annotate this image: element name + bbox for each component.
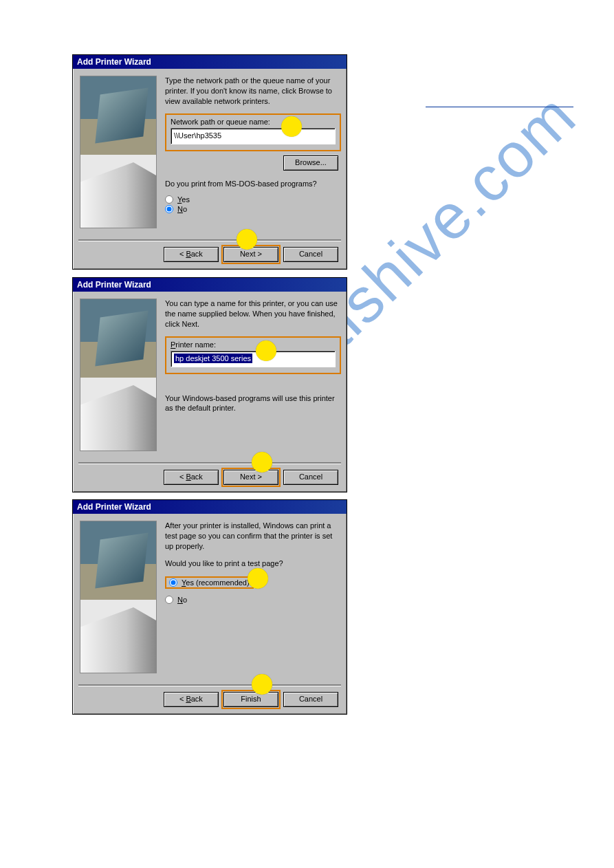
titlebar: Add Printer Wizard [73, 500, 347, 514]
radio-no[interactable] [165, 205, 173, 213]
radio-no-label: No [177, 205, 187, 213]
radio-no-label: No [177, 596, 187, 604]
wizard-dialog-1: Add Printer Wizard Type the network path… [72, 54, 347, 270]
next-button[interactable]: Next > [223, 247, 278, 262]
printer-illustration [80, 299, 157, 451]
network-path-label: Network path or queue name: [171, 118, 336, 126]
cancel-button[interactable]: Cancel [283, 247, 338, 262]
radio-no[interactable] [165, 596, 173, 604]
highlight-dot [252, 674, 272, 695]
radio-yes[interactable] [165, 195, 173, 204]
titlebar: Add Printer Wizard [73, 278, 347, 292]
printer-illustration [80, 521, 157, 673]
printer-name-label: Printer name: [171, 340, 336, 349]
highlight-dot [252, 452, 272, 473]
description-text: After your printer is installed, Windows… [165, 521, 338, 552]
highlight-dot [256, 340, 276, 361]
printer-name-group: Printer name: hp deskjet 3500 series [165, 336, 341, 374]
link-underline [426, 107, 573, 107]
highlight-dot [248, 568, 268, 589]
cancel-button[interactable]: Cancel [283, 692, 338, 707]
highlight-dot [237, 229, 257, 250]
radio-yes-row[interactable]: Yes [165, 195, 341, 204]
wizard-dialog-3: Add Printer Wizard After your printer is… [72, 499, 347, 715]
radio-yes-label: Yes [177, 195, 190, 204]
dialog-footer: < Back Next > Cancel [73, 241, 347, 269]
titlebar: Add Printer Wizard [73, 55, 347, 69]
cancel-button[interactable]: Cancel [283, 470, 338, 485]
finish-button[interactable]: Finish [223, 692, 278, 707]
browse-button[interactable]: Browse... [283, 155, 338, 171]
network-path-group: Network path or queue name: \\User\hp353… [165, 113, 341, 151]
radio-yes-label: Yes (recommended) [182, 578, 250, 587]
back-button[interactable]: < Back [164, 247, 219, 262]
printer-illustration [80, 76, 157, 228]
radio-no-row[interactable]: No [165, 596, 338, 604]
back-button[interactable]: < Back [164, 692, 219, 707]
test-page-question: Would you like to print a test page? [165, 558, 338, 569]
dialog-footer: < Back Next > Cancel [73, 464, 347, 492]
radio-yes[interactable] [169, 578, 177, 587]
radio-no-row[interactable]: No [165, 205, 341, 213]
network-path-input[interactable]: \\User\hp3535 [171, 128, 336, 144]
radio-yes-row[interactable]: Yes (recommended) [165, 576, 254, 589]
description-text: You can type a name for this printer, or… [165, 299, 341, 329]
msdos-question: Do you print from MS-DOS-based programs? [165, 179, 341, 189]
dialog-footer: < Back Finish Cancel [73, 686, 347, 714]
default-printer-note: Your Windows-based programs will use thi… [165, 393, 341, 414]
wizard-dialog-2: Add Printer Wizard You can type a name f… [72, 277, 347, 492]
printer-name-value: hp deskjet 3500 series [174, 354, 252, 363]
back-button[interactable]: < Back [164, 470, 219, 485]
description-text: Type the network path or the queue name … [165, 76, 341, 107]
next-button[interactable]: Next > [223, 470, 278, 485]
highlight-dot [281, 116, 302, 137]
printer-name-input[interactable]: hp deskjet 3500 series [171, 351, 336, 367]
